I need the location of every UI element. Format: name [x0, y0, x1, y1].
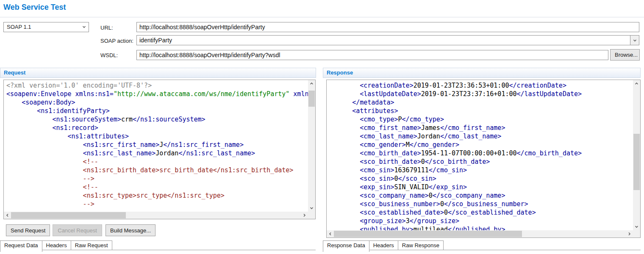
code-line: <sco_sin>0</sco_sin>	[329, 174, 633, 183]
wsdl-label: WSDL:	[100, 52, 118, 58]
code-line: <group_size>3</group_size>	[329, 217, 633, 225]
scrollbar-thumb[interactable]	[308, 91, 315, 107]
code-line: <ns1:attributes>	[6, 132, 308, 141]
tab-raw-request[interactable]: Raw Request	[71, 240, 112, 250]
browse-button[interactable]: Browse...	[610, 49, 640, 61]
code-line: <sco_business_number>0</sco_business_num…	[329, 200, 633, 208]
code-line: <cmo_last_name>Jordan</cmo_last_name>	[329, 132, 633, 141]
request-xml-text[interactable]: <?xml version='1.0' encoding='UTF-8'?><s…	[4, 80, 308, 212]
response-vertical-scrollbar[interactable]	[633, 80, 640, 230]
url-input[interactable]	[136, 22, 639, 32]
code-line: <lastUpdateDate>2019-01-23T23:37:16+01:0…	[329, 90, 633, 98]
chevron-down-icon	[82, 25, 86, 29]
response-viewer[interactable]: <creationDate>2019-01-23T23:36:53+01:00<…	[326, 80, 641, 238]
tab-response-headers[interactable]: Headers	[369, 240, 398, 250]
code-line: -->	[6, 174, 308, 183]
wsdl-input[interactable]	[136, 50, 608, 60]
soap-action-label: SOAP action:	[100, 38, 133, 44]
code-line: -->	[6, 200, 308, 208]
code-line: <ns1:src_last_name>Jordan</ns1:src_last_…	[6, 149, 308, 157]
scrollbar-thumb[interactable]	[633, 134, 640, 190]
scroll-left-icon[interactable]	[4, 212, 11, 219]
title-separator	[0, 17, 644, 17]
page-title: Web Service Test	[3, 3, 66, 12]
request-tab-bar: Request Data Headers Raw Request	[0, 240, 316, 252]
code-line: <ns1:src_type>src_type</ns1:src_type>	[6, 191, 308, 200]
scroll-right-icon[interactable]	[301, 212, 308, 219]
code-line: </metadata>	[329, 98, 633, 107]
code-line: <sco_birth_date>0</sco_birth_date>	[329, 157, 633, 166]
url-label: URL:	[100, 25, 113, 31]
scroll-left-icon[interactable]	[327, 230, 334, 237]
scroll-up-icon[interactable]	[308, 80, 315, 87]
code-line: <ns1:src_birth_date>src_birth_date</ns1:…	[6, 166, 308, 174]
code-line: <published_by>multilead</published_by>	[329, 225, 633, 230]
scroll-down-icon[interactable]	[633, 223, 640, 230]
code-line: <sco_established_date>0</sco_established…	[329, 208, 633, 217]
tab-request-headers[interactable]: Headers	[42, 240, 71, 250]
protocol-select[interactable]: SOAP 1.1	[3, 22, 89, 32]
protocol-selected-value: SOAP 1.1	[7, 24, 31, 30]
code-line: <soapenv:Body>	[6, 98, 308, 107]
code-line: <soapenv:Envelope xmlns:ns1="http://www.…	[6, 90, 308, 98]
request-editor[interactable]: <?xml version='1.0' encoding='UTF-8'?><s…	[3, 80, 316, 219]
scroll-up-icon[interactable]	[633, 80, 640, 87]
request-panel-header: Request	[0, 68, 316, 78]
code-line: <sco_company_name>0</sco_company_name>	[329, 191, 633, 200]
tab-raw-response[interactable]: Raw Response	[398, 240, 444, 250]
response-horizontal-scrollbar[interactable]	[327, 230, 633, 237]
send-request-button[interactable]: Send Request	[6, 224, 50, 236]
scroll-right-icon[interactable]	[626, 230, 633, 237]
code-line: <ns1:src_first_name>J</ns1:src_first_nam…	[6, 141, 308, 149]
scrollbar-thumb[interactable]	[334, 231, 522, 237]
code-line: <cmo_type>P</cmo_type>	[329, 115, 633, 124]
response-tab-bar: Response Data Headers Raw Response	[323, 240, 641, 252]
code-line: <cmo_sin>163679111</cmo_sin>	[329, 166, 633, 174]
code-line: <creationDate>2019-01-23T23:36:53+01:00<…	[329, 81, 633, 90]
request-horizontal-scrollbar[interactable]	[4, 212, 308, 219]
code-line: <ns1:sourceSystem>crm</ns1:sourceSystem>	[6, 115, 308, 124]
chevron-down-icon	[633, 38, 637, 43]
code-line: <cmo_first_name>James</cmo_first_name>	[329, 124, 633, 132]
web-service-test-window: { "title": "Web Service Test", "colors":…	[0, 0, 644, 254]
response-xml-text[interactable]: <creationDate>2019-01-23T23:36:53+01:00<…	[327, 80, 633, 230]
code-line: <?xml version='1.0' encoding='UTF-8'?>	[6, 81, 308, 90]
code-line: <!--	[6, 183, 308, 191]
tab-response-data[interactable]: Response Data	[323, 240, 369, 252]
tab-request-data[interactable]: Request Data	[0, 240, 42, 252]
code-line: <!--	[6, 157, 308, 166]
scrollbar-thumb[interactable]	[11, 212, 126, 218]
scrollbar-corner	[633, 230, 640, 237]
scrollbar-corner	[308, 212, 315, 219]
soap-action-dropdown-button[interactable]	[630, 35, 639, 45]
code-line: <cmo_birth_date>1954-11-07T00:00:00+01:0…	[329, 149, 633, 157]
soap-action-input[interactable]	[136, 35, 630, 45]
request-vertical-scrollbar[interactable]	[308, 80, 315, 212]
code-line: <attributes>	[329, 107, 633, 115]
cancel-request-button: Cancel Request	[53, 224, 102, 236]
scroll-down-icon[interactable]	[308, 204, 315, 212]
code-line: <ns1:identifyParty>	[6, 107, 308, 115]
build-message-button[interactable]: Build Message...	[105, 224, 155, 236]
code-line: <ns1:record>	[6, 124, 308, 132]
code-line: <cmo_gender>M</cmo_gender>	[329, 141, 633, 149]
response-panel-header: Response	[323, 68, 641, 78]
code-line: <exp_sin>SIN_VALID</exp_sin>	[329, 183, 633, 191]
